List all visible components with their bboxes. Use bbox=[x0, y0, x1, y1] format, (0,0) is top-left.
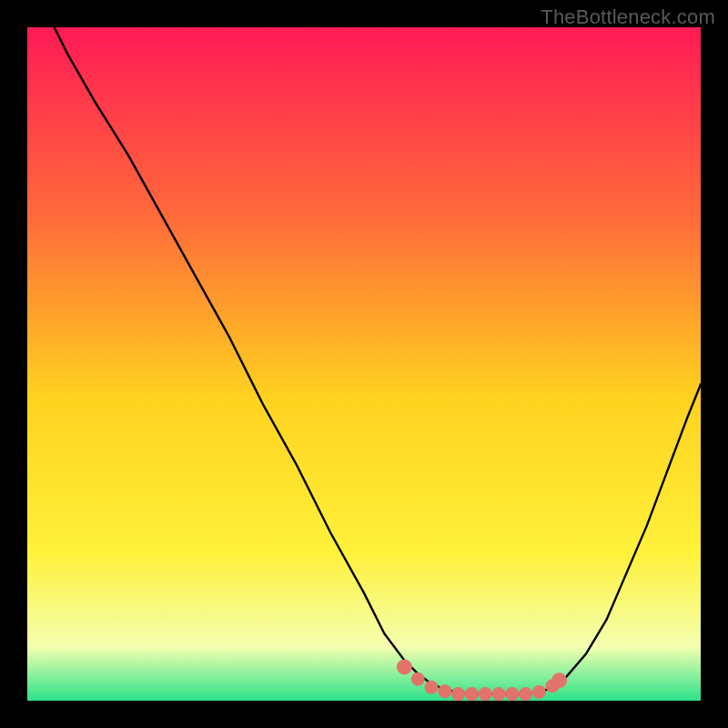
highlight-dot bbox=[451, 687, 465, 701]
watermark-text: TheBottleneck.com bbox=[541, 5, 715, 29]
highlight-dot bbox=[505, 687, 519, 701]
plot-area bbox=[27, 27, 701, 701]
highlight-dot bbox=[465, 687, 479, 701]
chart-frame: TheBottleneck.com bbox=[0, 0, 728, 728]
highlight-dot bbox=[532, 685, 546, 699]
chart-svg bbox=[27, 27, 701, 701]
highlight-dot bbox=[551, 672, 567, 688]
highlight-dot bbox=[479, 687, 492, 701]
highlight-dot bbox=[519, 687, 532, 701]
highlight-dot bbox=[492, 687, 506, 701]
gradient-background bbox=[27, 27, 701, 701]
highlight-dot bbox=[425, 681, 439, 694]
highlight-dot bbox=[411, 672, 425, 686]
highlight-dot bbox=[397, 660, 412, 675]
highlight-dot bbox=[438, 684, 451, 698]
